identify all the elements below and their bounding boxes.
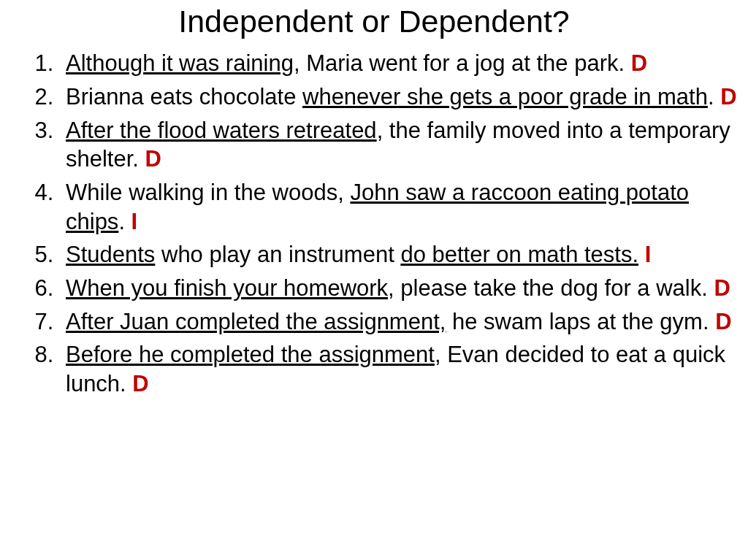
list-item: Although it was raining, Maria went for … [60, 49, 739, 78]
list-item: While walking in the woods, John saw a r… [60, 178, 739, 236]
list-item: Before he completed the assignment, Evan… [60, 340, 739, 398]
plain-text: , Maria went for a jog at the park. [294, 50, 631, 76]
slide: Independent or Dependent? Although it wa… [0, 0, 748, 560]
list-item: Students who play an instrument do bette… [60, 240, 739, 269]
list-item: After Juan completed the assignment, he … [60, 307, 739, 337]
answer: D [720, 84, 736, 110]
plain-text: . [708, 84, 720, 110]
list-item: When you finish your homework, please ta… [60, 274, 739, 303]
underlined-text: Although it was raining [66, 50, 294, 76]
plain-text [638, 242, 645, 267]
plain-text: . [118, 209, 131, 234]
answer: D [714, 275, 730, 301]
answer: D [715, 309, 731, 334]
underlined-text: After the flood waters retreated [66, 118, 377, 143]
page-title: Independent or Dependent? [9, 4, 739, 39]
plain-text: , please take the dog for a walk. [388, 275, 714, 301]
plain-text: While walking in the woods, [66, 180, 350, 205]
underlined-text: When you finish your homework [66, 275, 388, 301]
underlined-text: Before he completed the assignment [66, 342, 435, 367]
underlined-text: do better on math tests. [400, 242, 638, 267]
question-list: Although it was raining, Maria went for … [9, 49, 739, 398]
answer: I [131, 209, 138, 234]
answer: D [132, 371, 148, 396]
plain-text: Brianna eats chocolate [66, 84, 302, 110]
answer: I [645, 242, 652, 267]
underlined-text: Students [66, 242, 155, 267]
answer: D [631, 50, 647, 76]
underlined-text: whenever she gets a poor grade in math [302, 84, 708, 110]
list-item: Brianna eats chocolate whenever she gets… [60, 83, 739, 112]
answer: D [145, 146, 161, 172]
plain-text: he swam laps at the gym. [446, 309, 715, 334]
underlined-text: After Juan completed the assignment, [66, 309, 446, 334]
plain-text: who play an instrument [155, 242, 400, 267]
list-item: After the flood waters retreated, the fa… [60, 116, 739, 174]
